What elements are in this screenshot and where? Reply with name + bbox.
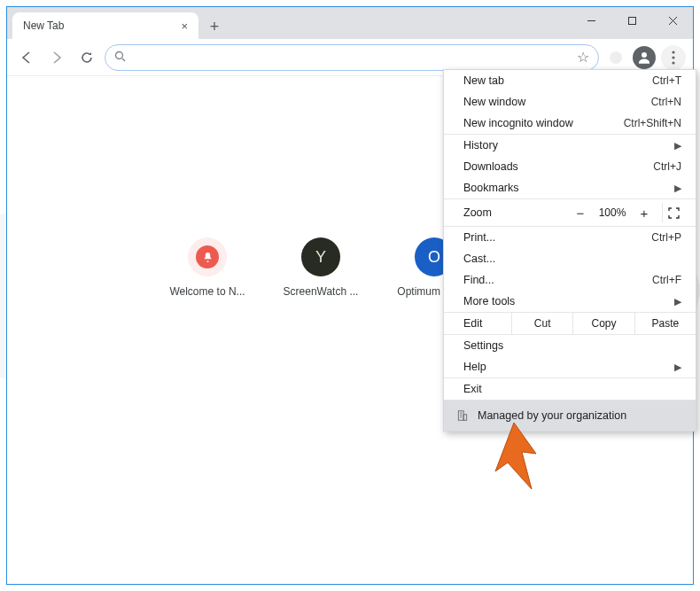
fullscreen-icon [668, 207, 680, 219]
chevron-right-icon: ▶ [674, 296, 681, 307]
shortcut-icon-bell [188, 237, 227, 276]
svg-point-8 [672, 56, 674, 58]
tab-title: New Tab [23, 19, 64, 32]
bookmark-star-icon[interactable]: ☆ [577, 49, 589, 66]
back-icon [19, 51, 34, 65]
svg-rect-1 [628, 17, 635, 24]
svg-point-6 [642, 52, 647, 58]
menu-button[interactable] [661, 45, 686, 70]
new-tab-button[interactable]: + [202, 14, 227, 39]
menu-exit[interactable]: Exit [444, 378, 696, 400]
menu-incognito[interactable]: New incognito window Ctrl+Shift+N [444, 113, 696, 134]
chevron-right-icon: ▶ [674, 362, 681, 373]
reload-button[interactable] [74, 45, 99, 70]
menu-paste[interactable]: Paste [634, 313, 696, 334]
menu-new-window[interactable]: New window Ctrl+N [444, 91, 696, 113]
menu-edit-row: Edit Cut Copy Paste [444, 313, 696, 334]
close-tab-icon[interactable]: × [181, 19, 188, 33]
menu-copy[interactable]: Copy [572, 313, 634, 334]
omnibox-input[interactable] [133, 51, 570, 65]
menu-find[interactable]: Find... Ctrl+F [444, 269, 696, 291]
maximize-button[interactable] [611, 7, 652, 34]
menu-cast[interactable]: Cast... [444, 248, 696, 269]
menu-help[interactable]: Help ▶ [444, 356, 696, 377]
omnibox[interactable]: ☆ [105, 44, 599, 71]
svg-line-5 [122, 58, 125, 61]
maximize-icon [627, 16, 637, 26]
menu-downloads[interactable]: Downloads Ctrl+J [444, 156, 696, 177]
svg-point-7 [672, 51, 674, 53]
menu-new-tab[interactable]: New tab Ctrl+T [444, 70, 696, 91]
shortcut-label: ScreenWatch ... [284, 285, 359, 298]
window-controls [571, 7, 693, 34]
extension-icon[interactable] [610, 51, 622, 64]
back-button[interactable] [14, 45, 39, 70]
menu-managed[interactable]: Managed by your organization [444, 400, 696, 431]
close-icon [668, 16, 678, 26]
menu-print[interactable]: Print... Ctrl+P [444, 227, 696, 248]
fullscreen-button[interactable] [662, 203, 685, 222]
bell-icon [202, 252, 214, 263]
chevron-right-icon: ▶ [674, 183, 681, 194]
menu-settings[interactable]: Settings [444, 335, 696, 356]
kebab-icon [672, 51, 675, 65]
svg-rect-11 [463, 415, 467, 420]
svg-point-9 [672, 61, 674, 64]
tabs-bar: New Tab × + [7, 7, 693, 39]
chevron-right-icon: ▶ [674, 140, 681, 152]
shortcut-welcome[interactable]: Welcome to N... [162, 237, 253, 298]
profile-button[interactable] [633, 46, 656, 69]
forward-icon [50, 51, 64, 65]
menu-bookmarks[interactable]: Bookmarks ▶ [444, 177, 696, 198]
menu-more-tools[interactable]: More tools ▶ [444, 291, 696, 312]
svg-rect-10 [458, 411, 463, 421]
menu-history[interactable]: History ▶ [444, 135, 696, 156]
chrome-menu: New tab Ctrl+T New window Ctrl+N New inc… [443, 69, 696, 432]
reload-icon [80, 51, 94, 65]
svg-point-4 [116, 51, 123, 58]
shortcut-icon-y: Y [301, 237, 340, 276]
search-icon [114, 51, 126, 65]
close-button[interactable] [652, 7, 693, 34]
forward-button[interactable] [44, 45, 69, 70]
shortcut-label: Welcome to N... [169, 285, 245, 298]
shortcut-screenwatch[interactable]: Y ScreenWatch ... [276, 237, 366, 298]
menu-zoom: Zoom − 100% + [444, 199, 696, 226]
menu-cut[interactable]: Cut [511, 313, 572, 334]
minimize-icon [587, 16, 596, 26]
person-icon [636, 50, 652, 66]
zoom-level: 100% [593, 206, 632, 219]
zoom-in-button[interactable]: + [632, 206, 657, 221]
tab-newtab[interactable]: New Tab × [12, 12, 198, 39]
zoom-out-button[interactable]: − [568, 206, 593, 221]
minimize-button[interactable] [571, 7, 611, 34]
building-icon [456, 409, 469, 422]
